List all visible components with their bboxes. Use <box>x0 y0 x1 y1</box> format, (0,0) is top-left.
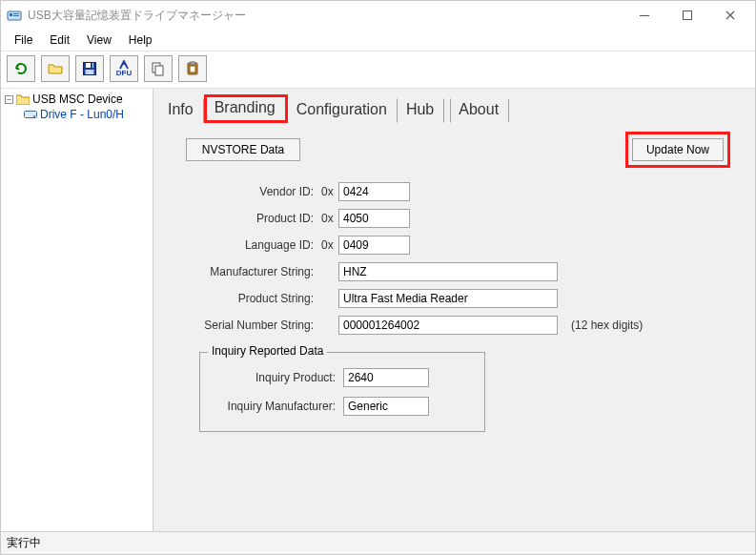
menu-view[interactable]: View <box>79 31 119 49</box>
status-text: 実行中 <box>7 536 41 549</box>
tab-configuration[interactable]: Configuration <box>288 98 398 123</box>
svg-rect-11 <box>155 66 163 75</box>
content-split: − USB MSC Device Drive F - Lun0/H <box>1 89 755 531</box>
dfu-button[interactable]: DFU <box>110 55 138 82</box>
collapse-icon[interactable]: − <box>5 95 13 104</box>
tabstrip: Info Branding Configuration Hub About <box>153 89 755 123</box>
maximize-button[interactable] <box>665 2 708 29</box>
menu-file[interactable]: File <box>7 31 40 49</box>
row-inquiry-manufacturer: Inquiry Manufacturer: <box>210 397 475 416</box>
row-product-string: Product String: <box>169 289 740 308</box>
branding-panel: Update Now NVSTORE Data Vendor ID: 0x Pr… <box>153 123 755 447</box>
floppy-disk-icon <box>82 61 97 76</box>
svg-rect-1 <box>10 13 12 16</box>
input-vendor-id[interactable] <box>338 182 410 201</box>
menubar: File Edit View Help <box>1 30 755 51</box>
app-window: USB大容量記憶装置ドライブマネージャー File Edit View Help <box>0 0 756 555</box>
refresh-icon <box>13 61 29 76</box>
dfu-icon: DFU <box>116 60 132 77</box>
toolbar-group-1 <box>7 55 35 82</box>
window-title: USB大容量記憶装置ドライブマネージャー <box>28 8 623 24</box>
label-product-string: Product String: <box>169 292 321 305</box>
label-language-id: Language ID: <box>169 238 321 252</box>
row-product-id: Product ID: 0x <box>169 209 740 228</box>
toolbar: DFU <box>1 51 755 89</box>
nvstore-data-button[interactable]: NVSTORE Data <box>186 138 300 161</box>
label-inquiry-product: Inquiry Product: <box>210 371 343 384</box>
menu-help[interactable]: Help <box>121 31 160 49</box>
row-vendor-id: Vendor ID: 0x <box>169 182 740 201</box>
label-vendor-id: Vendor ID: <box>169 185 321 198</box>
svg-rect-9 <box>86 70 94 74</box>
branding-form: Vendor ID: 0x Product ID: 0x Language ID… <box>169 182 740 335</box>
paste-button[interactable] <box>178 55 207 82</box>
input-inquiry-product[interactable] <box>343 368 429 387</box>
update-now-highlight: Update Now <box>625 132 730 168</box>
close-button[interactable] <box>708 2 751 29</box>
inquiry-legend: Inquiry Reported Data <box>208 344 327 358</box>
svg-rect-3 <box>13 15 19 16</box>
input-language-id[interactable] <box>338 236 410 255</box>
hex-prefix: 0x <box>321 212 338 225</box>
input-manufacturer-string[interactable] <box>338 262 558 281</box>
tab-branding[interactable]: Branding <box>204 94 288 123</box>
svg-rect-14 <box>190 66 195 72</box>
save-button[interactable] <box>75 55 104 82</box>
toolbar-group-4 <box>178 55 207 82</box>
copy-icon <box>151 61 166 76</box>
svg-rect-13 <box>190 62 195 65</box>
tree-child-label: Drive F - Lun0/H <box>40 108 124 121</box>
tab-about[interactable]: About <box>450 98 509 123</box>
tree-root-label: USB MSC Device <box>32 92 123 106</box>
window-controls <box>623 2 751 29</box>
main-pane: Info Branding Configuration Hub About Up… <box>153 89 755 531</box>
serial-note: (12 hex digits) <box>571 319 643 332</box>
menu-edit[interactable]: Edit <box>42 31 77 49</box>
inquiry-groupbox: Inquiry Reported Data Inquiry Product: I… <box>199 352 485 432</box>
row-inquiry-product: Inquiry Product: <box>210 368 475 387</box>
statusbar: 実行中 <box>1 531 755 554</box>
toolbar-group-3 <box>144 55 173 82</box>
label-inquiry-manufacturer: Inquiry Manufacturer: <box>210 400 343 413</box>
hex-prefix: 0x <box>321 238 338 252</box>
svg-rect-4 <box>640 15 649 16</box>
folder-open-icon <box>48 61 63 76</box>
row-manufacturer-string: Manufacturer String: <box>169 262 740 281</box>
row-language-id: Language ID: 0x <box>169 236 740 255</box>
tree-root-row[interactable]: − USB MSC Device <box>5 92 149 106</box>
tab-hub[interactable]: Hub <box>398 98 444 123</box>
hex-prefix: 0x <box>321 185 338 198</box>
label-manufacturer-string: Manufacturer String: <box>169 265 321 278</box>
svg-rect-8 <box>91 63 92 68</box>
input-serial-number[interactable] <box>338 316 558 335</box>
tab-info[interactable]: Info <box>159 98 204 123</box>
update-now-button[interactable]: Update Now <box>632 138 724 161</box>
drive-icon <box>24 109 37 120</box>
input-product-id[interactable] <box>338 209 410 228</box>
clipboard-icon <box>185 61 200 76</box>
input-product-string[interactable] <box>338 289 558 308</box>
svg-rect-2 <box>13 13 19 14</box>
refresh-button[interactable] <box>7 55 35 82</box>
folder-icon <box>16 93 30 105</box>
device-tree[interactable]: − USB MSC Device Drive F - Lun0/H <box>1 89 153 531</box>
svg-rect-5 <box>683 11 691 20</box>
label-serial-number: Serial Number String: <box>169 319 321 332</box>
minimize-button[interactable] <box>623 2 665 29</box>
svg-point-16 <box>33 115 35 117</box>
toolbar-group-2: DFU <box>41 55 138 82</box>
input-inquiry-manufacturer[interactable] <box>343 397 429 416</box>
label-product-id: Product ID: <box>169 212 321 225</box>
copy-button[interactable] <box>144 55 173 82</box>
row-serial-number-string: Serial Number String: (12 hex digits) <box>169 316 740 335</box>
titlebar: USB大容量記憶装置ドライブマネージャー <box>1 1 755 30</box>
tree-child-row[interactable]: Drive F - Lun0/H <box>24 108 149 121</box>
open-button[interactable] <box>41 55 70 82</box>
app-icon <box>7 8 22 23</box>
